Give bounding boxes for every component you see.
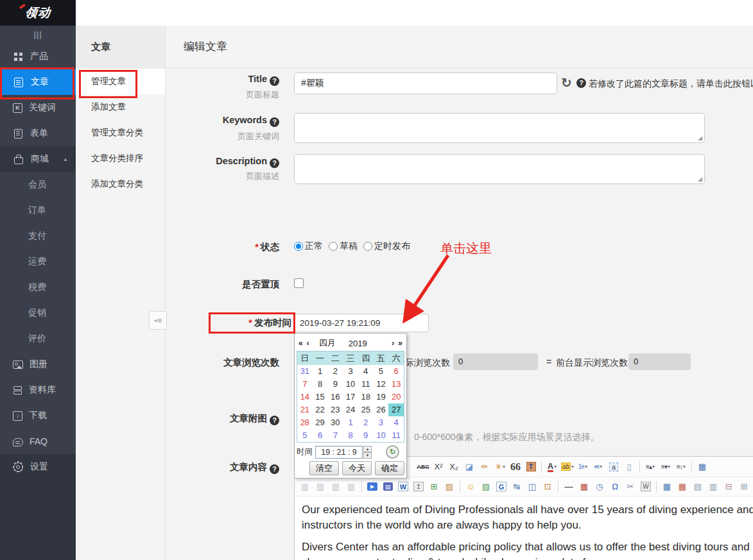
- media-icon[interactable]: ▶: [365, 480, 380, 494]
- help-icon[interactable]: ?: [270, 464, 279, 474]
- ordered-list-icon[interactable]: 1≡▾: [575, 460, 591, 474]
- dropdown-caret-icon[interactable]: ▾: [503, 464, 505, 470]
- calendar-day[interactable]: 8: [343, 429, 358, 442]
- help-icon[interactable]: ?: [270, 158, 279, 168]
- calendar-day[interactable]: 25: [358, 403, 374, 416]
- calendar-ok-button[interactable]: 确定: [375, 461, 404, 475]
- emoticon-icon[interactable]: ☺: [463, 480, 478, 494]
- remote-image-icon[interactable]: ⊡: [540, 480, 555, 494]
- superscript-icon[interactable]: X²: [431, 460, 446, 474]
- calendar-day[interactable]: 5: [374, 365, 389, 378]
- calendar-day[interactable]: 23: [327, 403, 343, 416]
- calendar-day[interactable]: 26: [374, 403, 389, 416]
- calendar-day[interactable]: 20: [388, 391, 404, 403]
- calendar-day[interactable]: 16: [327, 391, 343, 403]
- submenu-item-manage-articles[interactable]: 管理文章: [76, 69, 165, 94]
- prev-month-icon[interactable]: ‹: [305, 339, 311, 348]
- calendar-day[interactable]: 18: [358, 391, 374, 403]
- month-select[interactable]: 四月: [319, 337, 336, 349]
- calendar-day[interactable]: 6: [313, 429, 328, 442]
- special-char-icon[interactable]: Ω: [607, 480, 623, 494]
- radio-icon[interactable]: [294, 242, 303, 251]
- dropdown-caret-icon[interactable]: ▾: [571, 464, 574, 470]
- sidebar-item-tax[interactable]: 税费: [0, 275, 76, 300]
- page-break-icon[interactable]: ↹: [509, 480, 524, 494]
- sidebar-item-promotion[interactable]: 促销: [0, 300, 76, 326]
- submenu-item-add-article[interactable]: 添加文章: [76, 94, 165, 120]
- calendar-day[interactable]: 31: [297, 365, 313, 378]
- blockquote-icon[interactable]: 66: [508, 460, 523, 474]
- line-height-icon[interactable]: ≡↕▾: [673, 460, 689, 474]
- baidu-map-icon[interactable]: G: [494, 480, 509, 494]
- sidebar-item-reviews[interactable]: 评价: [0, 326, 76, 352]
- sidebar-item-keywords[interactable]: K关键词: [0, 95, 76, 121]
- help-icon[interactable]: ?: [576, 78, 586, 88]
- table-insert-icon[interactable]: ▦: [659, 480, 675, 494]
- cut-image-icon[interactable]: ✂: [623, 480, 638, 494]
- cell-prop-icon[interactable]: ▥: [705, 480, 721, 494]
- refresh-title-button[interactable]: ↻: [561, 76, 572, 89]
- sidebar-item-library[interactable]: 资料库: [0, 377, 76, 403]
- calendar-day[interactable]: 1: [313, 365, 328, 378]
- calendar-day[interactable]: 9: [327, 378, 343, 391]
- highlight-icon[interactable]: ab▾: [560, 460, 575, 474]
- horizontal-rule-icon[interactable]: —: [561, 480, 576, 494]
- editor-content[interactable]: Our experienced team of Diving Professio…: [295, 496, 753, 560]
- calendar-day[interactable]: 11: [358, 378, 374, 391]
- sidebar-item-faq[interactable]: FAQ: [0, 428, 76, 454]
- status-radio-2[interactable]: 定时发布: [363, 241, 410, 252]
- help-icon[interactable]: ?: [270, 416, 279, 425]
- quick-format-icon[interactable]: ✳▾: [492, 460, 508, 474]
- paste-as-text-icon[interactable]: T: [523, 460, 539, 474]
- calendar-day[interactable]: 11: [388, 429, 404, 442]
- calendar-day[interactable]: 2: [358, 416, 374, 429]
- calendar-day[interactable]: 14: [297, 391, 313, 403]
- sidebar-item-gallery[interactable]: 图册: [0, 352, 76, 377]
- calendar-day[interactable]: 15: [313, 391, 328, 403]
- next-month-icon[interactable]: ›: [390, 339, 396, 348]
- prev-year-icon[interactable]: «: [297, 339, 305, 348]
- keywords-textarea[interactable]: [294, 113, 705, 143]
- calendar-day[interactable]: 3: [343, 365, 358, 378]
- submenu-item-manage-categories[interactable]: 管理文章分类: [76, 120, 165, 146]
- calendar-day[interactable]: 8: [313, 378, 328, 391]
- calendar-day[interactable]: 13: [388, 378, 404, 391]
- dropdown-caret-icon[interactable]: ▾: [554, 464, 557, 470]
- resize-grip[interactable]: ◢: [698, 176, 702, 182]
- font-color-icon[interactable]: A▾: [544, 460, 560, 474]
- sidebar-item-orders[interactable]: 订单: [0, 198, 76, 223]
- calendar-day[interactable]: 30: [327, 416, 343, 429]
- radio-icon[interactable]: [363, 242, 372, 251]
- sidebar-item-download[interactable]: ↓下载: [0, 403, 76, 428]
- status-radio-1[interactable]: 草稿: [329, 241, 358, 252]
- calendar-day[interactable]: 10: [343, 378, 358, 391]
- calendar-today-button[interactable]: 今天: [342, 461, 372, 475]
- status-radio-0[interactable]: 正常: [294, 241, 323, 252]
- table-icon[interactable]: ▦: [695, 460, 710, 474]
- format-brush-icon[interactable]: ✏: [477, 460, 492, 474]
- image-align-center-icon[interactable]: ▥: [313, 480, 328, 494]
- subscript-icon[interactable]: X₂: [446, 460, 462, 474]
- description-textarea[interactable]: [294, 154, 705, 184]
- calendar-day[interactable]: 21: [297, 403, 313, 416]
- sidebar-item-members[interactable]: 会员: [0, 172, 76, 198]
- sidebar-item-shipping[interactable]: 运费: [0, 249, 76, 275]
- clock-icon[interactable]: ↻: [386, 445, 399, 459]
- dropdown-caret-icon[interactable]: ▾: [683, 464, 686, 470]
- calendar-day[interactable]: 19: [374, 391, 389, 403]
- calendar-day[interactable]: 7: [327, 429, 343, 442]
- calendar-day[interactable]: 6: [388, 365, 404, 378]
- layout-icon[interactable]: ◫: [524, 480, 540, 494]
- publish-time-input[interactable]: [294, 314, 429, 332]
- strikethrough-icon[interactable]: ABC: [415, 460, 431, 474]
- col-insert-icon[interactable]: ⊞: [736, 480, 752, 494]
- image-map-icon[interactable]: ▧: [478, 480, 494, 494]
- calendar-clear-button[interactable]: 清空: [309, 461, 339, 475]
- image-insert-icon[interactable]: ▨: [442, 480, 457, 494]
- image-align-right-icon[interactable]: ▥: [328, 480, 343, 494]
- sticky-checkbox[interactable]: [294, 278, 304, 288]
- calendar-day[interactable]: 22: [313, 403, 328, 416]
- spin-up-icon[interactable]: ▲: [363, 446, 372, 452]
- image-upload-icon[interactable]: ⊞: [426, 480, 442, 494]
- dropdown-caret-icon[interactable]: ▾: [668, 464, 670, 470]
